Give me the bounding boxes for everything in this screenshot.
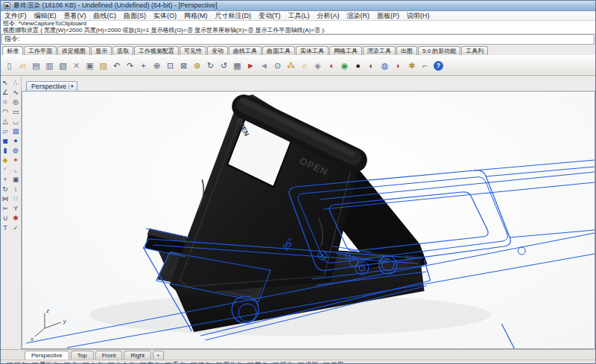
scale-object-tool-icon[interactable]: ↕ xyxy=(11,185,20,194)
undo-view-change-icon[interactable]: ↺ xyxy=(218,60,230,72)
render-globe-icon[interactable]: ◍ xyxy=(378,60,391,72)
mirror-tool-icon[interactable]: ⋈ xyxy=(1,194,10,203)
menu-item[interactable]: 曲面(S) xyxy=(120,11,150,21)
point-tool-icon[interactable]: ∴ xyxy=(11,78,20,87)
lock-objects-icon[interactable]: ◈ xyxy=(311,60,324,72)
osnap-toggle[interactable]: 停用 xyxy=(323,361,343,364)
menu-item[interactable]: 查看(V) xyxy=(60,11,90,21)
toolbar-tab[interactable]: 变动 xyxy=(207,46,228,55)
render-preview-icon[interactable]: ◖ xyxy=(325,60,337,72)
copy-object-tool-icon[interactable]: ▣ xyxy=(11,175,20,184)
split-tool-icon[interactable]: Y xyxy=(11,204,20,213)
paste-icon[interactable]: ▨ xyxy=(97,60,110,72)
viewport-tab-right[interactable]: Right xyxy=(124,351,151,360)
menu-item[interactable]: 尺寸标注(D) xyxy=(212,11,256,21)
viewport-tab-perspective[interactable]: Perspective xyxy=(25,351,69,360)
toolbar-tab[interactable]: 工作平面 xyxy=(24,46,57,55)
cut-icon[interactable]: ✕ xyxy=(70,60,83,72)
toolbar-tab[interactable]: 实体工具 xyxy=(296,46,329,55)
viewport-canvas[interactable]: OPEN OPEN xyxy=(22,91,595,349)
menu-item[interactable]: 曲线(C) xyxy=(90,11,121,21)
explode-tool-icon[interactable]: ✱ xyxy=(11,214,20,223)
join-tool-icon[interactable]: ∪ xyxy=(1,214,10,223)
surface-plane-tool-icon[interactable]: ▱ xyxy=(1,127,10,135)
new-file-icon[interactable]: ▯ xyxy=(3,60,16,72)
point-check-tool-icon[interactable]: ✓ xyxy=(11,223,20,232)
toolbar-tab[interactable]: 网格工具 xyxy=(329,46,362,55)
zoom-dynamic-icon[interactable]: ⊕ xyxy=(150,60,163,72)
toolbar-tab[interactable]: 渲染工具 xyxy=(363,46,396,55)
boolean-difference-tool-icon[interactable]: ✶ xyxy=(11,156,20,165)
toolbar-tab[interactable]: 出图 xyxy=(396,46,417,55)
ellipse-tool-icon[interactable]: ◎ xyxy=(11,98,20,106)
menu-item[interactable]: 工具(L) xyxy=(285,11,314,21)
settings-gear-icon[interactable]: ✱ xyxy=(405,60,418,72)
zoom-selected-icon[interactable]: ⊛ xyxy=(191,60,203,72)
menu-item[interactable]: 说明(H) xyxy=(403,11,434,21)
toolbar-tab[interactable]: 工具列 xyxy=(461,46,488,55)
set-cplane-icon[interactable]: ► xyxy=(244,60,257,72)
menu-item[interactable]: 文件(F) xyxy=(1,11,31,21)
osnap-toggle[interactable]: 顶点 xyxy=(273,361,293,364)
osnap-toggle[interactable]: ✓四分点 xyxy=(216,361,243,364)
osnap-toggle[interactable]: ✓垂点 xyxy=(165,361,186,364)
pan-view-icon[interactable]: + xyxy=(137,60,150,72)
redo-icon[interactable]: ↷ xyxy=(124,60,136,72)
copy-icon[interactable]: ▣ xyxy=(83,60,96,72)
menu-item[interactable]: 实体(O) xyxy=(150,11,180,21)
viewport-tab-top[interactable]: Top xyxy=(71,351,94,360)
render-settings-icon[interactable]: ◗ xyxy=(392,60,405,72)
circle-tool-icon[interactable]: ○ xyxy=(1,98,10,106)
color-wheel-icon[interactable]: ◉ xyxy=(338,60,351,72)
toolbar-tab[interactable]: 可见性 xyxy=(180,46,206,55)
toolbar-tab[interactable]: 曲线工具 xyxy=(229,46,261,55)
text-object-tool-icon[interactable]: T xyxy=(1,223,10,232)
boolean-union-tool-icon[interactable]: ◆ xyxy=(1,156,10,165)
zoom-extents-icon[interactable]: ⊠ xyxy=(177,60,190,72)
history-link-icon[interactable]: ⌐ xyxy=(419,60,431,72)
osnap-toggle[interactable]: ✓端点 xyxy=(7,361,27,364)
cylinder-tool-icon[interactable]: ▮ xyxy=(1,146,10,155)
menu-item[interactable]: 渲染(R) xyxy=(343,11,374,21)
freeform-curve-tool-icon[interactable]: ◡ xyxy=(11,117,20,126)
toolbar-tab[interactable]: 曲面工具 xyxy=(262,46,295,55)
toolbar-tab[interactable]: 选取 xyxy=(112,46,133,55)
osnap-toggle[interactable]: 交点 xyxy=(140,361,160,364)
menu-item[interactable]: 面板(P) xyxy=(373,11,403,21)
chevron-down-icon[interactable]: ▾ xyxy=(69,83,75,89)
toolbar-tab[interactable]: 标准 xyxy=(2,46,23,55)
menu-item[interactable]: 分析(A) xyxy=(314,11,343,21)
control-point-curve-tool-icon[interactable]: ∿ xyxy=(11,88,20,97)
box-tool-icon[interactable]: ◼ xyxy=(1,136,10,145)
osnap-toggle[interactable]: ✓最近点 xyxy=(32,361,59,364)
zoom-window-icon[interactable]: ⊡ xyxy=(164,60,177,72)
rotate-view-icon[interactable]: ↻ xyxy=(204,60,217,72)
hide-objects-icon[interactable]: ⁂ xyxy=(285,60,297,72)
sphere-tool-icon[interactable]: ● xyxy=(11,136,20,145)
named-views-icon[interactable]: ▦ xyxy=(231,60,244,72)
rotate-object-tool-icon[interactable]: ↻ xyxy=(1,185,10,194)
title-bar[interactable]: 最终渲染 (18106 KB) - Undefined (Undefined) … xyxy=(1,1,595,11)
toolbar-tab[interactable]: 5.0 的新功能 xyxy=(418,46,460,55)
command-input[interactable]: 指令: xyxy=(1,34,595,45)
chamfer-edge-tool-icon[interactable]: ◟ xyxy=(11,165,20,174)
osnap-toggle[interactable]: 中心点 xyxy=(108,361,135,364)
viewport-title-tab[interactable]: Perspective ▾ xyxy=(26,81,77,91)
arc-tool-icon[interactable]: ◠ xyxy=(1,107,10,116)
toolbar-tab[interactable]: 工作视窗配置 xyxy=(134,46,179,55)
toolbar-tab[interactable]: 显示 xyxy=(91,46,112,55)
menu-item[interactable]: 网格(M) xyxy=(180,11,212,21)
osnap-toggle[interactable]: ✓中点 xyxy=(83,361,103,364)
trim-tool-icon[interactable]: ✂ xyxy=(1,204,10,213)
export-icon[interactable]: ▧ xyxy=(57,60,69,72)
help-icon[interactable]: ? xyxy=(434,61,443,71)
render-gray-sphere-icon[interactable]: ◐ xyxy=(365,60,378,72)
lamp-icon[interactable]: ☼ xyxy=(298,60,311,72)
pipe-tool-icon[interactable]: ◍ xyxy=(11,146,20,155)
fillet-edge-tool-icon[interactable]: ◜ xyxy=(1,165,10,174)
render-black-sphere-icon[interactable]: ● xyxy=(352,60,364,72)
polyline-tool-icon[interactable]: ∠ xyxy=(1,88,10,97)
osnap-toggle[interactable]: ✓点 xyxy=(64,361,78,364)
patch-surface-tool-icon[interactable]: ▨ xyxy=(11,127,20,135)
save-file-icon[interactable]: ▤ xyxy=(30,60,42,72)
